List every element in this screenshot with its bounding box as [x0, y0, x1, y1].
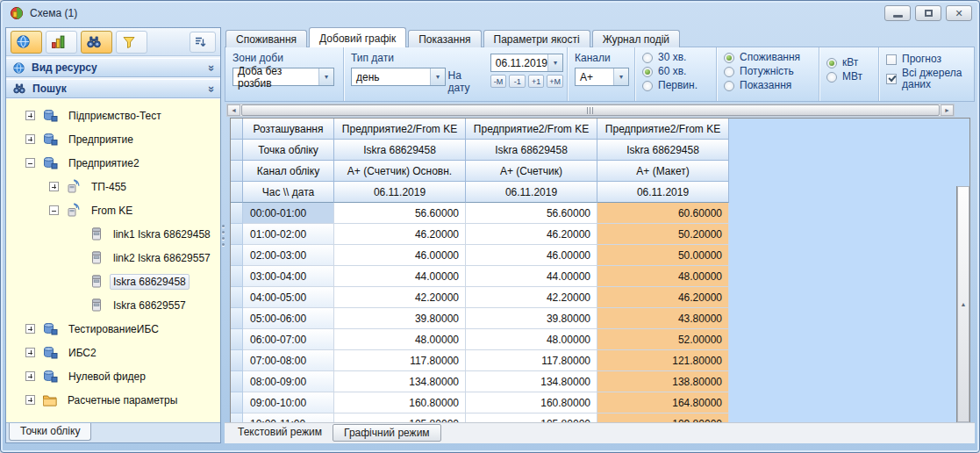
quantity-option[interactable]: Потужність: [724, 66, 812, 77]
value-cell[interactable]: 44.00000: [334, 266, 466, 287]
interval-option[interactable]: Первин.: [642, 80, 709, 91]
tab-Показання[interactable]: Показання: [408, 30, 481, 47]
tree-item-label[interactable]: Предприятие2: [65, 155, 143, 171]
scroll-left-icon[interactable]: ◄: [227, 104, 240, 116]
filter-button[interactable]: [116, 31, 147, 54]
value-cell[interactable]: 42.20000: [466, 287, 597, 308]
maximize-button[interactable]: [915, 5, 941, 21]
tree-item[interactable]: Підприємство-Тест: [6, 104, 220, 127]
value-cell[interactable]: 39.80000: [334, 308, 466, 329]
chevron-down-icon[interactable]: ▾: [318, 68, 333, 85]
value-cell[interactable]: 56.60000: [334, 203, 466, 224]
time-cell[interactable]: 04:00-05:00: [243, 287, 334, 308]
row-indicator-cell[interactable]: [231, 203, 243, 224]
expander-minus-icon[interactable]: [25, 158, 35, 168]
expander-plus-icon[interactable]: [25, 111, 35, 120]
tree-item[interactable]: Iskra 68629557: [6, 293, 220, 317]
interval-option[interactable]: 60 хв.: [642, 66, 709, 77]
tree-item[interactable]: Нулевой фидер: [6, 364, 220, 388]
tree-item[interactable]: Предприятие2: [6, 151, 220, 175]
tree-item-label[interactable]: ИБС2: [65, 345, 100, 361]
time-cell[interactable]: 07:00-08:00: [243, 350, 334, 371]
zones-combobox[interactable]: Доба без розбив ▾: [232, 68, 334, 86]
tab-Журнал подій[interactable]: Журнал подій: [592, 30, 680, 47]
tree-item[interactable]: Расчетные параметры: [6, 388, 220, 412]
chevron-down-icon[interactable]: ▾: [430, 68, 445, 85]
value-cell[interactable]: 52.00000: [597, 329, 729, 350]
tree-item[interactable]: ТестированиеИБС: [6, 317, 220, 341]
group-resource-view[interactable]: Вид ресурсу »: [6, 58, 220, 77]
value-cell[interactable]: 50.20000: [597, 224, 729, 245]
scroll-up-icon[interactable]: ▲: [957, 186, 969, 422]
value-cell[interactable]: 134.80000: [334, 371, 466, 392]
value-cell[interactable]: 48.00000: [597, 266, 729, 287]
tree-item[interactable]: ТП-455: [6, 175, 220, 198]
expander-plus-icon[interactable]: [25, 134, 35, 144]
radio-off-icon[interactable]: [724, 67, 734, 77]
sort-button[interactable]: [190, 32, 216, 53]
tab-Текстовий режим[interactable]: Текстовий режим: [227, 423, 333, 441]
tree-item[interactable]: ИБС2: [6, 341, 220, 364]
horizontal-scrollbar[interactable]: ◄ ►: [226, 104, 955, 117]
time-cell[interactable]: 02:00-03:00: [243, 245, 334, 266]
date-type-combobox[interactable]: день ▾: [351, 68, 446, 86]
search-button[interactable]: [81, 31, 112, 54]
tree-item-label[interactable]: link2 Iskra 68629557: [110, 250, 214, 266]
expander-plus-icon[interactable]: [25, 371, 35, 381]
horizontal-scroll-thumb[interactable]: [241, 104, 940, 116]
chart-button[interactable]: [46, 31, 77, 54]
value-cell[interactable]: 44.00000: [466, 266, 597, 287]
row-indicator-cell[interactable]: [231, 266, 243, 287]
extras-option[interactable]: Всі джерела даних: [886, 68, 967, 90]
tree-item-label[interactable]: link1 Iskra 68629458: [110, 226, 214, 242]
value-cell[interactable]: 46.20000: [597, 287, 729, 308]
value-cell[interactable]: 46.00000: [334, 245, 466, 266]
expander-plus-icon[interactable]: [25, 395, 35, 405]
date-nav-+M[interactable]: +M: [547, 75, 563, 88]
quantity-option[interactable]: Показання: [724, 80, 812, 91]
radio-off-icon[interactable]: [642, 53, 653, 63]
close-button[interactable]: ✕: [946, 5, 972, 21]
date-nav--M[interactable]: -M: [490, 75, 507, 88]
tree-item-label[interactable]: ТП-455: [88, 179, 130, 195]
time-cell[interactable]: 00:00-01:00: [243, 203, 334, 224]
radio-on-icon[interactable]: [826, 58, 837, 68]
chevron-double-icon[interactable]: »: [205, 64, 218, 70]
value-cell[interactable]: 134.80000: [466, 371, 597, 392]
tree-item-label[interactable]: Iskra 68629557: [110, 298, 190, 313]
date-picker[interactable]: 06.11.2019 ▾: [490, 54, 563, 72]
tree-item[interactable]: Предприятие: [6, 127, 220, 151]
value-cell[interactable]: 56.60000: [466, 203, 597, 224]
tab-Споживання[interactable]: Споживання: [225, 30, 307, 47]
tree-item[interactable]: link1 Iskra 68629458: [6, 222, 220, 246]
value-cell[interactable]: 121.80000: [597, 350, 729, 371]
row-indicator-cell[interactable]: [231, 350, 243, 371]
tree-item[interactable]: Iskra 68629458: [6, 270, 220, 293]
tree-item-label[interactable]: Предприятие: [65, 132, 137, 147]
date-nav--1[interactable]: -1: [509, 75, 526, 88]
value-cell[interactable]: 164.80000: [597, 392, 729, 413]
value-cell[interactable]: 42.20000: [334, 287, 466, 308]
value-cell[interactable]: 48.00000: [334, 329, 466, 350]
vertical-scrollbar[interactable]: ▲ ▼: [956, 186, 969, 422]
expander-plus-icon[interactable]: [49, 182, 59, 191]
radio-off-icon[interactable]: [642, 81, 653, 91]
tab-Добовий графік[interactable]: Добовий графік: [309, 27, 406, 47]
scroll-right-icon[interactable]: ►: [941, 104, 954, 116]
expander-minus-icon[interactable]: [49, 205, 59, 215]
radio-off-icon[interactable]: [724, 81, 734, 91]
tab-Параметри якості[interactable]: Параметри якості: [483, 30, 590, 47]
value-cell[interactable]: 46.20000: [334, 224, 466, 245]
resource-view-button[interactable]: [11, 31, 42, 54]
radio-on-icon[interactable]: [724, 53, 734, 63]
expander-plus-icon[interactable]: [25, 348, 35, 357]
row-indicator-cell[interactable]: [231, 392, 243, 413]
row-indicator-cell[interactable]: [231, 245, 243, 266]
value-cell[interactable]: 48.00000: [466, 329, 597, 350]
row-indicator-cell[interactable]: [231, 371, 243, 392]
row-indicator-cell[interactable]: [231, 287, 243, 308]
quantity-option[interactable]: Споживання: [724, 52, 812, 63]
checkbox-on-icon[interactable]: [886, 74, 897, 84]
time-cell[interactable]: 01:00-02:00: [243, 224, 334, 245]
chevron-down-icon[interactable]: ▾: [613, 68, 628, 85]
